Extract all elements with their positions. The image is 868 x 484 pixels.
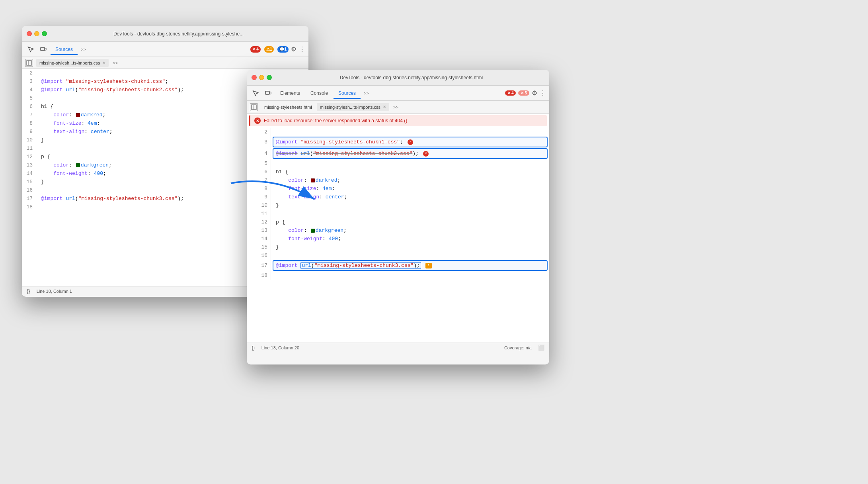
maximize-button-2[interactable] (267, 75, 272, 80)
error-message-box: ✕ Failed to load resource: the server re… (249, 115, 547, 126)
devtools-toolbar-1: Sources >> ✕ 4 ⚠ 1 💬 1 ⚙ ⋮ (22, 42, 308, 57)
inline-error-badge-4: ✕ (423, 151, 429, 157)
warning-badge-2: ✕5 (518, 90, 529, 96)
tab-console-2[interactable]: Console (306, 88, 333, 98)
devtools-toolbar-2: Elements Console Sources >> ✕4 ✕5 ⚙ ⋮ (247, 86, 549, 101)
status-bar-2: {} Line 13, Column 20 Coverage: n/a ⬜ (247, 343, 549, 352)
w2-line-11: 11 (247, 210, 549, 218)
inspect-icon[interactable] (25, 44, 36, 55)
more-icon-2[interactable]: ⋮ (540, 89, 546, 97)
devtools-window-2: DevTools - devtools-dbg-stories.netlify.… (247, 70, 549, 364)
w2-line-16: 16 (247, 251, 549, 260)
file-tab-overflow-1[interactable]: >> (110, 59, 120, 67)
panel-toggle-2[interactable] (250, 103, 258, 111)
svg-rect-6 (270, 92, 271, 94)
tab-overflow-2[interactable]: >> (361, 89, 371, 97)
w2-line-15: 15 } (247, 243, 549, 251)
curly-braces-icon-2: {} (252, 345, 255, 351)
file-tab-close-1[interactable]: ✕ (102, 61, 105, 65)
svg-rect-2 (27, 61, 31, 65)
close-button[interactable] (27, 31, 32, 36)
curly-braces-icon: {} (27, 288, 30, 294)
w2-line-2: 2 (247, 128, 549, 136)
w2-line-3: 3 @import "missing-stylesheets-chukn1.cs… (247, 136, 549, 148)
toolbar-right-1: ✕ 4 ⚠ 1 💬 1 ⚙ ⋮ (249, 45, 305, 53)
file-tab-1[interactable]: missing-stylesh...ts-imports.css ✕ (36, 59, 109, 67)
device-icon-2[interactable] (263, 88, 274, 99)
gear-icon-2[interactable]: ⚙ (532, 89, 537, 97)
w2-line-10: 10 } (247, 201, 549, 210)
error-icon: ✕ (254, 118, 261, 124)
code-editor-2[interactable]: ✕ Failed to load resource: the server re… (247, 114, 549, 343)
toolbar-right-2: ✕4 ✕5 ⚙ ⋮ (505, 89, 546, 97)
tab-list-2: Elements Console Sources >> (275, 88, 503, 98)
window-title-2: DevTools - devtools-dbg-stories.netlify.… (278, 75, 544, 80)
file-tabs-bar-2: missing-stylesheets.html missing-stylesh… (247, 101, 549, 114)
status-position-2: Line 13, Column 20 (261, 345, 299, 350)
device-icon[interactable] (38, 44, 49, 55)
w2-line-17: 17 @import url("missing-stylesheets-chun… (247, 260, 549, 271)
tab-list-1: Sources >> (51, 44, 248, 55)
more-icon-1[interactable]: ⋮ (299, 45, 305, 53)
inline-warning-badge-17: ! (425, 263, 432, 268)
w2-line-4: 4 @import url("missing-stylesheets-chunk… (247, 148, 549, 159)
w2-line-5: 5 (247, 159, 549, 168)
w2-line-14: 14 font-weight: 400; (247, 235, 549, 243)
tab-sources-1[interactable]: Sources (51, 44, 78, 55)
svg-rect-0 (41, 47, 45, 51)
titlebar-1: DevTools - devtools-dbg-stories.netlify.… (22, 26, 308, 42)
file-tabs-bar-1: missing-stylesh...ts-imports.css ✕ >> (22, 57, 308, 69)
error-message-text: Failed to load resource: the server resp… (264, 118, 407, 123)
error-badge-1: ✕ 4 (250, 46, 261, 53)
maximize-button[interactable] (42, 31, 47, 36)
warning-badge-1: ⚠ 1 (264, 46, 274, 53)
file-tab-html[interactable]: missing-stylesheets.html (261, 103, 315, 111)
tab-overflow-1[interactable]: >> (78, 45, 88, 53)
file-tab-overflow-2[interactable]: >> (391, 103, 401, 111)
tab-elements-2[interactable]: Elements (275, 88, 305, 98)
panel-toggle-1[interactable] (25, 59, 33, 67)
error-badge-2: ✕4 (505, 90, 516, 96)
minimize-button[interactable] (34, 31, 39, 36)
traffic-lights-2 (252, 75, 272, 80)
w2-line-18: 18 (247, 271, 549, 280)
svg-rect-7 (252, 105, 256, 110)
svg-rect-5 (265, 91, 269, 94)
window-title-1: DevTools - devtools-dbg-stories.netlify.… (53, 31, 304, 37)
titlebar-2: DevTools - devtools-dbg-stories.netlify.… (247, 70, 549, 86)
inline-error-badge-3: ✕ (408, 139, 413, 145)
w2-line-13: 13 color: darkgreen; (247, 226, 549, 235)
gear-icon-1[interactable]: ⚙ (291, 45, 296, 53)
w2-line-7: 7 color: darkred; (247, 176, 549, 184)
minimize-button-2[interactable] (259, 75, 264, 80)
file-tab-close-2[interactable]: ✕ (383, 105, 386, 109)
status-position-1: Line 18, Column 1 (37, 289, 72, 294)
svg-rect-1 (45, 48, 46, 50)
coverage-label-2: Coverage: n/a (504, 345, 532, 350)
file-tab-css[interactable]: missing-stylesh...ts-imports.css ✕ (317, 103, 389, 111)
close-button-2[interactable] (252, 75, 257, 80)
traffic-lights-1 (27, 31, 47, 36)
w2-line-6: 6 h1 { (247, 168, 549, 176)
tab-sources-2[interactable]: Sources (334, 88, 361, 98)
screenshot-icon-2: ⬜ (538, 345, 544, 351)
w2-line-9: 9 text-align: center; (247, 193, 549, 201)
w2-line-8: 8 font-size: 4em; (247, 184, 549, 193)
w2-line-12: 12 p { (247, 218, 549, 226)
info-badge-1: 💬 1 (277, 46, 289, 53)
inspect-icon-2[interactable] (250, 88, 261, 99)
